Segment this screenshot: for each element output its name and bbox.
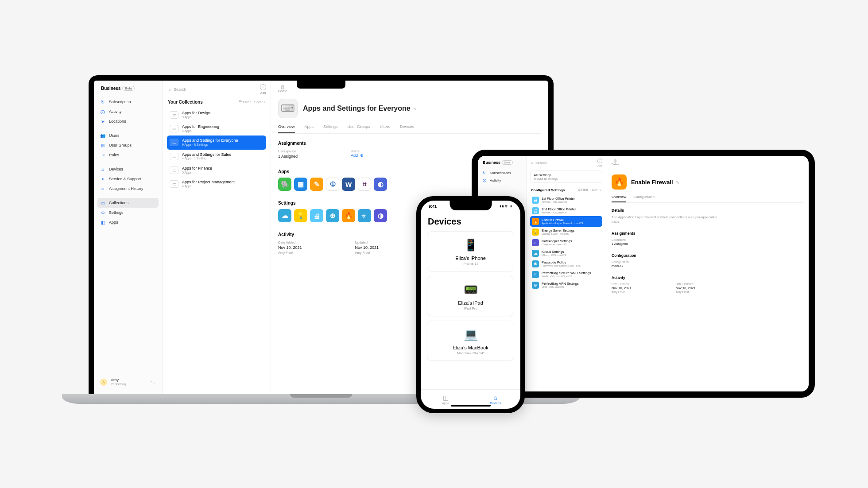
sidebar-item-service-&-support[interactable]: ✦Service & Support <box>97 174 159 184</box>
search-input[interactable]: ⌕ Search <box>530 159 597 167</box>
add-button[interactable]: + Add <box>260 84 266 94</box>
mac-current-user[interactable]: A Amy PerfectBag ⌃⌄ <box>97 376 159 389</box>
edit-icon[interactable]: ✎ <box>413 107 417 112</box>
tab-overview[interactable]: Overview <box>278 124 295 133</box>
usergroups-value: 1 Assigned <box>278 153 298 159</box>
delete-button[interactable]: 🗑 Delete <box>612 159 619 166</box>
collection-item[interactable]: ▭Apps for Project Management4 Apps <box>167 177 266 191</box>
user-org: PerfectBag <box>111 383 126 386</box>
nav-icon: ⌂ <box>100 167 105 172</box>
app-tile[interactable]: ◑ <box>374 209 387 222</box>
setting-icon: ☁ <box>532 250 539 257</box>
setting-item[interactable]: 💡Energy Saver SettingsEnergy Saver · mac… <box>530 227 602 237</box>
keyboard-icon: ⌨ <box>278 99 298 118</box>
edit-icon[interactable]: ✎ <box>676 180 679 185</box>
setting-sub: Application Layer Firewall · macOS <box>542 222 583 225</box>
tab-configuration[interactable]: Configuration <box>633 195 655 202</box>
sort-button[interactable]: Sort ↑↓ <box>592 188 601 192</box>
add-users-button[interactable]: Add⊕ <box>351 153 364 158</box>
tab-users[interactable]: Users <box>380 124 391 133</box>
setting-name: PerfectBag Secure Wi-Fi Settings <box>542 271 591 275</box>
sidebar-item-locations[interactable]: ➤Locations <box>97 116 159 126</box>
app-tile[interactable]: W <box>342 178 355 191</box>
sidebar-item-settings[interactable]: ⚙Settings <box>97 208 159 217</box>
collection-item[interactable]: ▭Apps for Engineering4 Apps <box>167 122 266 136</box>
app-tile[interactable]: ① <box>326 178 339 191</box>
device-card[interactable]: 📱Eliza's iPhoneiPhone 13 <box>427 231 514 271</box>
setting-item[interactable]: ⌂Gatekeeper SettingsGatekeeper · macOS <box>530 237 602 248</box>
app-tile[interactable]: 🖨 <box>310 209 323 222</box>
mac-sidebar: Business Beta ↻Subscription⨀Activity➤Loc… <box>94 81 163 394</box>
sidebar-item-devices[interactable]: ⌂Devices <box>97 164 159 174</box>
sidebar-item-users[interactable]: 👥Users <box>97 131 159 140</box>
setting-name: Enable Firewall <box>542 218 583 222</box>
sidebar-item-apps[interactable]: ◧Apps <box>97 217 159 227</box>
setting-item[interactable]: 🖨2nd Floor Office PrinterAirPrint · iOS,… <box>530 205 602 216</box>
nav-label: Activity <box>109 109 122 114</box>
sidebar-item-activity[interactable]: ⨀Activity <box>97 107 159 116</box>
setting-item[interactable]: ☁iCloud SettingsiCloud · iOS, macOS <box>530 248 602 259</box>
search-input[interactable]: ⌕ Search <box>167 85 260 94</box>
tab-settings[interactable]: Settings <box>323 124 338 133</box>
setting-sub: Gatekeeper · macOS <box>542 243 572 246</box>
collection-item[interactable]: ▭Apps for Finance5 Apps <box>167 163 266 177</box>
chevron-updown-icon: ⌃⌄ <box>150 380 156 384</box>
filter-button[interactable]: ☰ Filter <box>239 100 251 104</box>
app-tile[interactable]: 🐘 <box>278 178 291 191</box>
sidebar-item-collections[interactable]: ▭Collections <box>97 198 159 208</box>
collection-item[interactable]: ▭Apps for Design3 Apps <box>167 108 266 122</box>
ipad-brand: Business Beta <box>480 160 523 169</box>
app-tile[interactable]: 🔥 <box>342 209 355 222</box>
sidebar-item-subscriptions[interactable]: ↻Subscriptions <box>480 169 523 177</box>
app-tile[interactable]: ⌗ <box>358 178 371 191</box>
collection-item[interactable]: ▭Apps and Settings for Sales4 Apps · 1 S… <box>167 150 266 163</box>
sidebar-item-subscription[interactable]: ↻Subscription <box>97 97 159 107</box>
setting-name: PerfectBag VPN Settings <box>542 282 579 286</box>
device-card[interactable]: 💻Eliza's MacBookMacBook Pro 14" <box>427 321 514 361</box>
trash-icon: 🗑 <box>278 84 287 89</box>
device-model: iPad Pro <box>433 306 508 310</box>
app-tile[interactable]: ⊕ <box>326 209 339 222</box>
collection-title: Apps and Settings for Everyone <box>303 105 411 112</box>
app-tile[interactable]: ᯤ <box>358 209 371 222</box>
sort-button[interactable]: Sort ↑↓ <box>254 100 265 104</box>
collections-value: 1 Assigned <box>612 241 803 246</box>
tab-overview[interactable]: Overview <box>612 195 626 202</box>
collection-icon: ▭ <box>170 139 178 146</box>
app-tile[interactable]: ▦ <box>294 178 307 191</box>
device-icon: 📱 <box>463 237 479 253</box>
collection-sub: 4 Apps · 1 Setting <box>182 157 231 160</box>
tab-user-groups[interactable]: User Groups <box>348 124 370 133</box>
filter-button[interactable]: ☰ Filter <box>578 188 589 192</box>
setting-item[interactable]: 🔥Enable FirewallApplication Layer Firewa… <box>530 216 602 227</box>
device-icon: 📟 <box>463 282 479 298</box>
sidebar-item-activity[interactable]: ⨀Activity <box>480 177 523 184</box>
tab-devices[interactable]: Devices <box>400 124 414 133</box>
sidebar-item-roles[interactable]: ⚐Roles <box>97 150 159 160</box>
setting-item[interactable]: ⊕PerfectBag VPN SettingsVPN · iOS, macOS <box>530 280 602 290</box>
macbook-notch <box>297 81 345 89</box>
delete-button[interactable]: 🗑 Delete <box>278 84 287 93</box>
nav-icon: ⊞ <box>100 143 105 148</box>
tab-apps[interactable]: Apps <box>305 124 314 133</box>
app-tile[interactable]: ◐ <box>374 178 387 191</box>
sidebar-item-user-groups[interactable]: ⊞User Groups <box>97 140 159 150</box>
setting-item[interactable]: 🖨1st Floor Office PrinterAirPrint · iOS,… <box>530 195 602 205</box>
all-settings-button[interactable]: All Settings Browse all settings <box>530 170 602 183</box>
app-tile[interactable]: 💡 <box>294 209 307 222</box>
nav-icon: ↻ <box>483 171 487 175</box>
setting-name: iCloud Settings <box>542 250 566 254</box>
collection-item[interactable]: ▭Apps and Settings for Everyone9 Apps · … <box>167 136 266 149</box>
setting-item[interactable]: ᯤPerfectBag Secure Wi-Fi SettingsWi-Fi ·… <box>530 269 602 280</box>
sidebar-item-assignment-history[interactable]: ≡Assignment History <box>97 184 159 194</box>
device-card[interactable]: 📟Eliza's iPadiPad Pro <box>427 276 514 316</box>
app-tile[interactable]: ✎ <box>310 178 323 191</box>
collection-name: Apps for Finance <box>182 166 212 171</box>
add-button[interactable]: + Add <box>597 159 602 167</box>
setting-sub: AirPrint · iOS, macOS <box>542 211 576 214</box>
nav-label: Collections <box>109 201 128 205</box>
setting-item[interactable]: ✱Passcode PolicyPassword and Screen Lock… <box>530 259 602 269</box>
app-tile[interactable]: ☁ <box>278 209 291 222</box>
collection-icon: ▭ <box>170 167 178 174</box>
plus-icon: + <box>260 84 266 90</box>
